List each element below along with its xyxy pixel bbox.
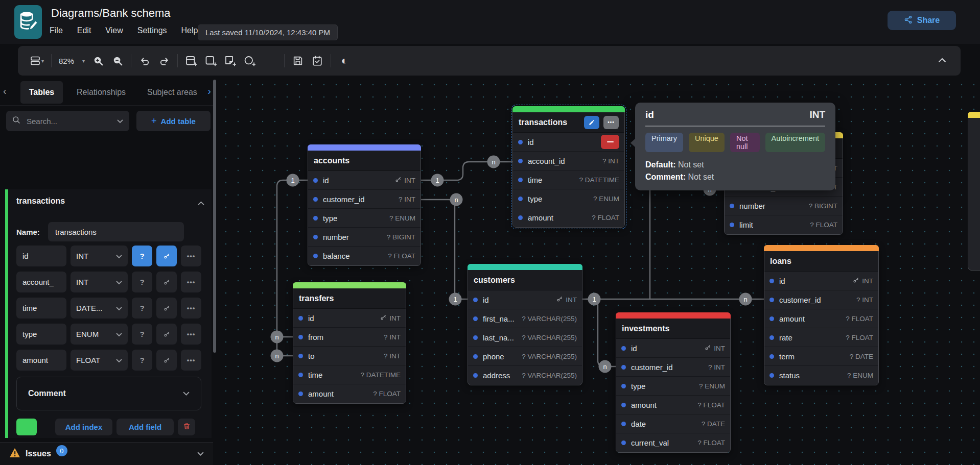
add-table-icon[interactable] bbox=[185, 53, 197, 69]
table-header[interactable]: accounts bbox=[308, 151, 421, 171]
table-field-row[interactable]: number? BIGINT bbox=[308, 228, 421, 247]
table-field-row[interactable]: amount? FLOAT bbox=[513, 208, 624, 227]
field-type-select[interactable]: INT bbox=[71, 272, 128, 292]
relationship-line[interactable] bbox=[586, 299, 616, 366]
primary-key-toggle[interactable] bbox=[156, 350, 177, 371]
sidebar-scrollbar[interactable] bbox=[213, 80, 216, 353]
tab-relationships[interactable]: Relationships bbox=[72, 81, 131, 104]
table-field-row[interactable]: customer_id? INT bbox=[764, 290, 878, 309]
delete-table-button[interactable] bbox=[178, 419, 195, 435]
field-name-input[interactable]: type bbox=[16, 324, 66, 345]
table-field-row[interactable]: type? ENUM bbox=[513, 189, 624, 208]
table-field-row[interactable]: type? ENUM bbox=[616, 377, 730, 396]
table-header[interactable]: transactions••• bbox=[513, 112, 624, 133]
table-field-row[interactable]: balance? FLOAT bbox=[308, 247, 421, 265]
menu-item-help[interactable]: Help bbox=[181, 26, 198, 35]
chevron-down-icon[interactable] bbox=[117, 116, 123, 126]
field-more-button[interactable]: ••• bbox=[181, 272, 201, 292]
table-field-row[interactable]: customer_id? INT bbox=[308, 190, 421, 209]
menu-item-file[interactable]: File bbox=[50, 26, 63, 35]
field-more-button[interactable]: ••• bbox=[181, 246, 201, 266]
table-field-row[interactable]: amount? FLOAT bbox=[764, 309, 878, 328]
chevron-down-icon[interactable] bbox=[197, 449, 204, 458]
table-search[interactable] bbox=[6, 111, 129, 131]
table-field-row[interactable]: phone? VARCHAR(255) bbox=[468, 347, 582, 366]
zoom-out-icon[interactable] bbox=[111, 53, 124, 69]
table-header[interactable]: loans bbox=[764, 251, 878, 272]
search-input[interactable] bbox=[26, 116, 112, 126]
primary-key-toggle[interactable] bbox=[156, 272, 177, 292]
table-field-row[interactable]: time? DATETIME bbox=[513, 170, 624, 189]
table-field-row[interactable]: type? ENUM bbox=[308, 209, 421, 228]
field-type-select[interactable]: ENUM bbox=[71, 324, 128, 345]
table-field-row[interactable]: date? DATE bbox=[616, 414, 730, 433]
table-field-row[interactable]: number? BIGINT bbox=[725, 197, 843, 215]
menu-item-view[interactable]: View bbox=[105, 26, 123, 35]
chevron-down-icon[interactable]: ▾ bbox=[82, 58, 85, 64]
share-button[interactable]: Share bbox=[888, 11, 956, 30]
add-field-button[interactable]: Add field bbox=[116, 419, 174, 435]
field-name-input[interactable]: id bbox=[16, 246, 66, 266]
field-more-button[interactable]: ••• bbox=[181, 324, 201, 345]
table-field-row[interactable]: limit? FLOAT bbox=[725, 215, 843, 234]
delete-field-button[interactable] bbox=[601, 135, 619, 149]
table-field-row[interactable]: account_id? INT bbox=[513, 152, 624, 170]
table-customers[interactable]: customersidINTfirst_na...? VARCHAR(255)l… bbox=[468, 264, 582, 385]
zoom-in-icon[interactable] bbox=[92, 53, 104, 69]
table-more-button[interactable]: ••• bbox=[603, 116, 619, 129]
table-field-row[interactable]: last_na...? VARCHAR(255) bbox=[468, 328, 582, 347]
table-field-row[interactable]: time? DATETIME bbox=[293, 365, 406, 384]
table-field-row[interactable]: idINT bbox=[308, 171, 421, 190]
table-field-row[interactable]: id bbox=[513, 133, 624, 152]
table-transactions[interactable]: transactions•••idaccount_id? INTtime? DA… bbox=[512, 106, 625, 228]
nullable-toggle[interactable]: ? bbox=[132, 298, 152, 319]
table-loans[interactable]: loansidINTcustomer_id? INTamount? FLOATr… bbox=[764, 245, 879, 385]
nullable-toggle[interactable]: ? bbox=[132, 324, 152, 345]
comment-section[interactable]: Comment bbox=[16, 377, 201, 410]
table-accounts[interactable]: accountsidINTcustomer_id? INTtype? ENUMn… bbox=[308, 144, 421, 266]
primary-key-toggle[interactable] bbox=[156, 324, 177, 345]
tabs-scroll-right-icon[interactable]: › bbox=[207, 85, 211, 97]
menu-item-edit[interactable]: Edit bbox=[77, 26, 91, 35]
table-field-row[interactable]: first_na...? VARCHAR(255) bbox=[468, 309, 582, 328]
table-field-row[interactable]: term? DATE bbox=[764, 347, 878, 366]
primary-key-toggle[interactable] bbox=[156, 246, 177, 266]
relationship-line[interactable] bbox=[421, 200, 468, 299]
issues-bar[interactable]: Issues 0 bbox=[0, 442, 213, 465]
table-field-row[interactable]: rate? FLOAT bbox=[764, 328, 878, 347]
table-field-row[interactable]: idINT bbox=[468, 290, 582, 309]
field-name-input[interactable]: amount bbox=[16, 350, 66, 371]
diagram-canvas[interactable]: accountsidINTcustomer_id? INTtype? ENUMn… bbox=[217, 78, 980, 465]
save-icon[interactable] bbox=[292, 53, 304, 69]
offscreen-note-fragment[interactable] bbox=[968, 112, 980, 271]
edit-table-button[interactable] bbox=[584, 116, 599, 129]
expanded-table-name[interactable]: transactions bbox=[16, 197, 65, 206]
field-type-select[interactable]: INT bbox=[71, 246, 128, 266]
table-investments[interactable]: investmentsidINTcustomer_id? INTtype? EN… bbox=[616, 312, 731, 453]
table-field-row[interactable]: address? VARCHAR(255) bbox=[468, 366, 582, 385]
table-field-row[interactable]: current_val? FLOAT bbox=[616, 433, 730, 452]
table-field-row[interactable]: idINT bbox=[616, 339, 730, 358]
table-header[interactable]: customers bbox=[468, 270, 582, 290]
table-name-input[interactable] bbox=[48, 222, 184, 241]
nullable-toggle[interactable]: ? bbox=[132, 246, 152, 266]
table-color-swatch[interactable] bbox=[16, 419, 37, 435]
tabs-scroll-left-icon[interactable]: ‹ bbox=[3, 85, 7, 97]
add-index-button[interactable]: Add index bbox=[55, 419, 112, 435]
primary-key-toggle[interactable] bbox=[156, 298, 177, 319]
add-area-icon[interactable] bbox=[204, 53, 217, 69]
menu-item-settings[interactable]: Settings bbox=[137, 26, 167, 35]
add-type-icon[interactable] bbox=[243, 53, 255, 69]
tab-subject-areas[interactable]: Subject areas bbox=[147, 81, 198, 104]
field-type-select[interactable]: FLOAT bbox=[71, 350, 128, 371]
toolbar-collapse-button[interactable] bbox=[935, 53, 949, 67]
todo-icon[interactable] bbox=[311, 53, 323, 69]
zoom-level[interactable]: 82% bbox=[59, 57, 74, 65]
field-name-input[interactable]: time bbox=[16, 298, 66, 319]
table-field-row[interactable]: to? INT bbox=[293, 347, 406, 365]
chevron-up-icon[interactable] bbox=[198, 199, 204, 208]
table-field-row[interactable]: idINT bbox=[764, 272, 878, 290]
undo-icon[interactable] bbox=[138, 53, 151, 69]
field-more-button[interactable]: ••• bbox=[181, 298, 201, 319]
field-type-select[interactable]: DATE... bbox=[71, 298, 128, 319]
